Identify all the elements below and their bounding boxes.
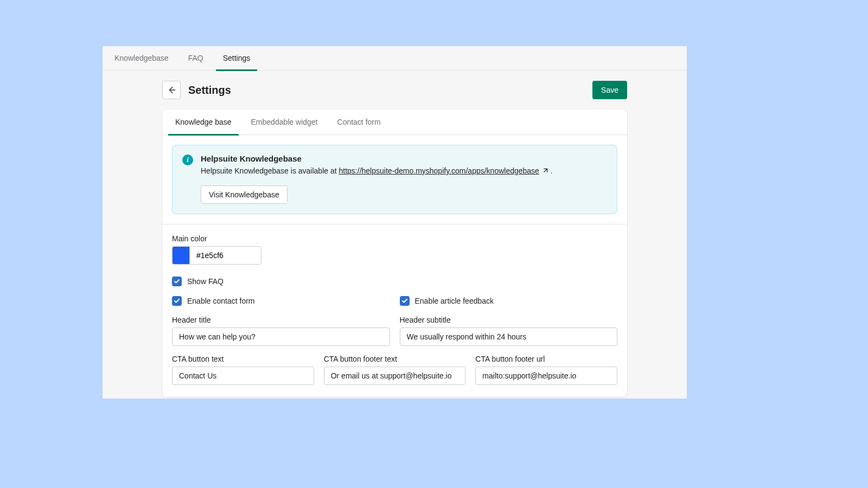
cta-footer-text-label: CTA button footer text xyxy=(324,355,466,363)
banner-link[interactable]: https://helpsuite-demo.myshopify.com/app… xyxy=(339,166,539,175)
arrow-left-icon xyxy=(167,85,176,95)
banner-body: Helpsuite Knowledgebase Helpsuite Knowle… xyxy=(201,154,607,204)
visit-knowledgebase-button[interactable]: Visit Knowledgebase xyxy=(201,185,288,204)
app-window: Knowledgebase FAQ Settings Settings Save… xyxy=(103,46,687,399)
banner-title: Helpsuite Knowledgebase xyxy=(201,154,607,163)
cta-footer-url-label: CTA button footer url xyxy=(475,355,617,363)
enable-feedback-label: Enable article feedback xyxy=(415,297,494,305)
header-subtitle-field: Header subtitle xyxy=(400,316,618,346)
tab-embeddable-widget[interactable]: Embeddable widget xyxy=(251,109,318,135)
page-title: Settings xyxy=(188,84,231,97)
header-subtitle-label: Header subtitle xyxy=(400,316,618,324)
banner-text-suffix: . xyxy=(548,166,553,175)
external-link-icon xyxy=(541,166,548,178)
enable-contact-label: Enable contact form xyxy=(187,297,255,305)
save-button[interactable]: Save xyxy=(592,81,627,99)
cta-footer-text-field: CTA button footer text xyxy=(324,355,466,385)
header-title-label: Header title xyxy=(172,316,390,324)
banner-text-prefix: Helpsuite Knowledgebase is available at xyxy=(201,166,339,175)
cta-text-label: CTA button text xyxy=(172,355,314,363)
cta-footer-url-input[interactable] xyxy=(475,367,617,385)
info-icon: i xyxy=(182,155,193,165)
color-swatch[interactable] xyxy=(172,246,189,265)
page-header: Settings Save xyxy=(162,70,627,99)
settings-card: Knowledge base Embeddable widget Contact… xyxy=(162,109,627,397)
enable-feedback-checkbox[interactable] xyxy=(400,296,410,306)
topnav-faq[interactable]: FAQ xyxy=(188,46,203,70)
header-title-input[interactable] xyxy=(172,328,390,346)
main-color-input[interactable] xyxy=(189,246,261,265)
cta-footer-text-input[interactable] xyxy=(324,367,466,385)
main-color-field xyxy=(172,246,617,265)
cta-footer-url-field: CTA button footer url xyxy=(475,355,617,385)
header-fields-row: Header title Header subtitle xyxy=(172,316,617,346)
tab-knowledge-base[interactable]: Knowledge base xyxy=(175,109,232,135)
topnav-knowledgebase[interactable]: Knowledgebase xyxy=(114,46,169,70)
tab-contact-form[interactable]: Contact form xyxy=(337,109,381,135)
cta-text-input[interactable] xyxy=(172,367,314,385)
settings-tabs: Knowledge base Embeddable widget Contact… xyxy=(162,109,627,135)
banner-text: Helpsuite Knowledgebase is available at … xyxy=(201,165,607,178)
show-faq-label: Show FAQ xyxy=(187,277,224,286)
cta-fields-row: CTA button text CTA button footer text C… xyxy=(172,355,617,385)
cta-text-field: CTA button text xyxy=(172,355,314,385)
info-banner: i Helpsuite Knowledgebase Helpsuite Know… xyxy=(172,145,617,214)
enable-contact-row: Enable contact form xyxy=(172,296,390,306)
show-faq-checkbox[interactable] xyxy=(172,277,182,286)
header-title-field: Header title xyxy=(172,316,390,346)
top-nav: Knowledgebase FAQ Settings xyxy=(103,46,687,70)
main-color-label: Main color xyxy=(172,234,617,243)
checkbox-row-2: Enable contact form Enable article feedb… xyxy=(172,296,617,306)
back-button[interactable] xyxy=(162,81,181,99)
enable-feedback-row: Enable article feedback xyxy=(400,296,618,306)
topnav-settings[interactable]: Settings xyxy=(223,46,251,70)
banner-section: i Helpsuite Knowledgebase Helpsuite Know… xyxy=(162,135,627,224)
show-faq-row: Show FAQ xyxy=(172,277,617,286)
enable-contact-checkbox[interactable] xyxy=(172,296,182,306)
header-subtitle-input[interactable] xyxy=(400,328,618,346)
page-header-left: Settings xyxy=(162,81,231,99)
form-body: Main color Show FAQ Enable contact form xyxy=(162,224,627,397)
